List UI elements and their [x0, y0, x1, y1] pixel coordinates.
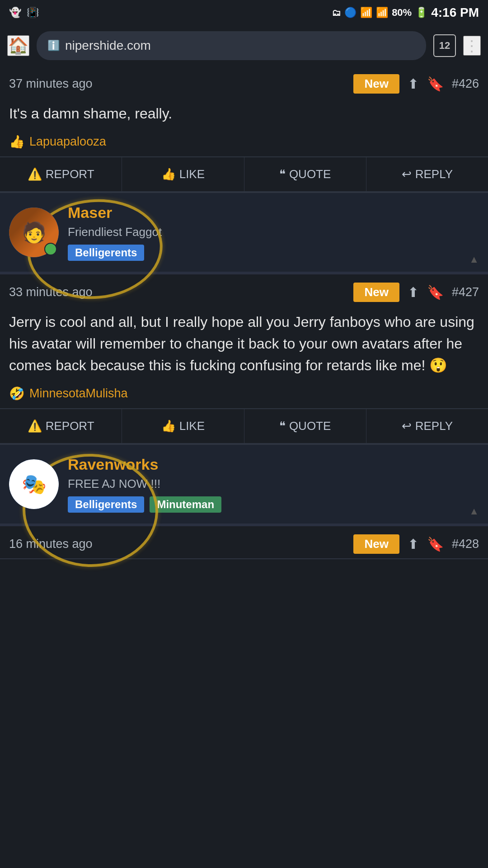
post-427-number: #427: [452, 285, 479, 299]
post-428-meta: 16 minutes ago New ⬆ 🔖 #428: [0, 526, 488, 558]
post-428-partial: 16 minutes ago New ⬆ 🔖 #428: [0, 526, 488, 559]
post-426-liked-by: 👍 Lapuapalooza: [0, 132, 488, 156]
post-427-time: 33 minutes ago: [9, 285, 93, 299]
post-426-number: #426: [452, 77, 479, 91]
post-426-report-button[interactable]: ⚠️ REPORT: [0, 157, 122, 191]
reply-icon: ↩: [402, 167, 412, 181]
reply-icon-2: ↩: [402, 419, 412, 433]
post-427-bookmark-icon[interactable]: 🔖: [427, 284, 444, 300]
post-426-share-icon[interactable]: ⬆: [408, 76, 419, 92]
user-ravenworks-name[interactable]: Ravenworks: [68, 456, 221, 473]
post-427-like-button[interactable]: 👍 LIKE: [122, 409, 244, 443]
post-428-time: 16 minutes ago: [9, 537, 93, 551]
post-426-action-bar: ⚠️ REPORT 👍 LIKE ❝ QUOTE ↩ REPLY: [0, 156, 488, 192]
ghost-icon: 👻: [9, 7, 21, 19]
post-428-share-icon[interactable]: ⬆: [408, 536, 419, 552]
browser-url-bar[interactable]: ℹ️ nipershide.com: [37, 31, 426, 60]
user-maser-title: Friendliest Faggot: [68, 225, 162, 239]
post-426-new-badge: New: [353, 74, 399, 94]
post-427-liked-name[interactable]: MinnesotaMulisha: [29, 387, 128, 401]
post-427-meta: 33 minutes ago New ⬆ 🔖 #427: [0, 274, 488, 307]
post-427-new-badge: New: [353, 283, 399, 302]
status-bar: 👻 📳 🗂 🔵 📶 📶 80% 🔋 4:16 PM: [0, 0, 488, 25]
post-426-content: It's a damn shame, really.: [0, 98, 488, 132]
user-ravenworks-tag-minuteman: Minuteman: [150, 496, 221, 513]
url-text: nipershide.com: [65, 38, 151, 53]
expand-arrow-maser[interactable]: ▲: [469, 254, 479, 265]
post-427-liked-by: 🤣 MinnesotaMulisha: [0, 383, 488, 408]
raven-avatar-image: 🎭: [9, 459, 59, 509]
post-426-liked-name[interactable]: Lapuapalooza: [29, 135, 106, 149]
post-427-actions: New ⬆ 🔖 #427: [353, 283, 479, 302]
browser-tab-button[interactable]: 12: [433, 34, 456, 57]
post-427: 33 minutes ago New ⬆ 🔖 #427 Jerry is coo…: [0, 274, 488, 445]
post-426-actions: New ⬆ 🔖 #426: [353, 74, 479, 94]
user-maser-name[interactable]: Maser: [68, 204, 162, 222]
status-left-icons: 👻 📳: [9, 7, 39, 19]
bluetooth-icon: 🔵: [344, 7, 357, 19]
post-427-content: Jerry is cool and all, but I really hope…: [0, 307, 488, 383]
user-maser-tag-belligerents: Belligerents: [68, 245, 144, 261]
signal-icon: 📶: [376, 7, 388, 19]
user-maser-avatar-wrap: 🧑: [9, 208, 59, 257]
post-427-report-button[interactable]: ⚠️ REPORT: [0, 409, 122, 443]
status-right-icons: 🗂 🔵 📶 📶 80% 🔋 4:16 PM: [332, 5, 479, 20]
battery-icon: 🔋: [415, 7, 427, 19]
expand-arrow-raven[interactable]: ▲: [469, 505, 479, 517]
user-ravenworks-avatar: 🎭: [9, 459, 59, 509]
browser-menu-button[interactable]: ⋮: [463, 36, 481, 56]
post-426-meta: 37 minutes ago New ⬆ 🔖 #426: [0, 66, 488, 98]
post-427-reply-button[interactable]: ↩ REPLY: [366, 409, 488, 443]
quote-label-2: QUOTE: [289, 419, 331, 433]
status-time: 4:16 PM: [431, 5, 479, 20]
phone-icon: 📳: [27, 7, 39, 19]
user-maser-online-indicator: [44, 243, 57, 255]
post-428-bookmark-icon[interactable]: 🔖: [427, 536, 444, 552]
battery-percent: 80%: [392, 7, 412, 19]
post-428-actions: New ⬆ 🔖 #428: [353, 534, 479, 554]
info-icon: ℹ️: [47, 40, 60, 52]
user-ravenworks-tag-belligerents: Belligerents: [68, 496, 144, 513]
report-label-2: REPORT: [46, 419, 94, 433]
like-icon: 👍: [161, 167, 176, 181]
quote-icon-2: ❝: [279, 419, 286, 433]
user-maser-info: Maser Friendliest Faggot Belligerents: [68, 204, 162, 261]
quote-icon: ❝: [279, 167, 286, 181]
post-426: 37 minutes ago New ⬆ 🔖 #426 It's a damn …: [0, 66, 488, 193]
post-427-like-emoji: 🤣: [9, 386, 25, 401]
user-ravenworks-title: FREE AJ NOW !!!: [68, 477, 221, 491]
quote-label: QUOTE: [289, 167, 331, 181]
report-icon-2: ⚠️: [28, 419, 42, 433]
user-maser-row: 🧑 Maser Friendliest Faggot Belligerents …: [0, 193, 488, 272]
post-426-quote-button[interactable]: ❝ QUOTE: [244, 157, 366, 191]
post-427-share-icon[interactable]: ⬆: [408, 284, 419, 300]
report-icon: ⚠️: [28, 167, 42, 181]
report-label: REPORT: [46, 167, 94, 181]
post-426-bookmark-icon[interactable]: 🔖: [427, 76, 444, 92]
post-427-action-bar: ⚠️ REPORT 👍 LIKE ❝ QUOTE ↩ REPLY: [0, 408, 488, 444]
browser-bar: 🏠 ℹ️ nipershide.com 12 ⋮: [0, 25, 488, 66]
sd-icon: 🗂: [332, 8, 341, 18]
user-ravenworks-info: Ravenworks FREE AJ NOW !!! Belligerents …: [68, 456, 221, 513]
user-ravenworks-row: 🎭 Ravenworks FREE AJ NOW !!! Belligerent…: [0, 445, 488, 524]
like-icon-2: 👍: [161, 419, 176, 433]
post-426-like-button[interactable]: 👍 LIKE: [122, 157, 244, 191]
post-426-time: 37 minutes ago: [9, 77, 93, 91]
post-426-reply-button[interactable]: ↩ REPLY: [366, 157, 488, 191]
user-ravenworks-tags: Belligerents Minuteman: [68, 496, 221, 513]
browser-home-button[interactable]: 🏠: [7, 35, 29, 56]
user-maser-tags: Belligerents: [68, 245, 162, 261]
like-label: LIKE: [179, 167, 205, 181]
wifi-icon: 📶: [360, 7, 372, 19]
post-428-number: #428: [452, 537, 479, 551]
post-428-new-badge: New: [353, 534, 399, 554]
post-426-like-emoji: 👍: [9, 134, 25, 149]
post-427-quote-button[interactable]: ❝ QUOTE: [244, 409, 366, 443]
reply-label: REPLY: [415, 167, 453, 181]
user-ravenworks-avatar-wrap: 🎭: [9, 459, 59, 509]
reply-label-2: REPLY: [415, 419, 453, 433]
like-label-2: LIKE: [179, 419, 205, 433]
